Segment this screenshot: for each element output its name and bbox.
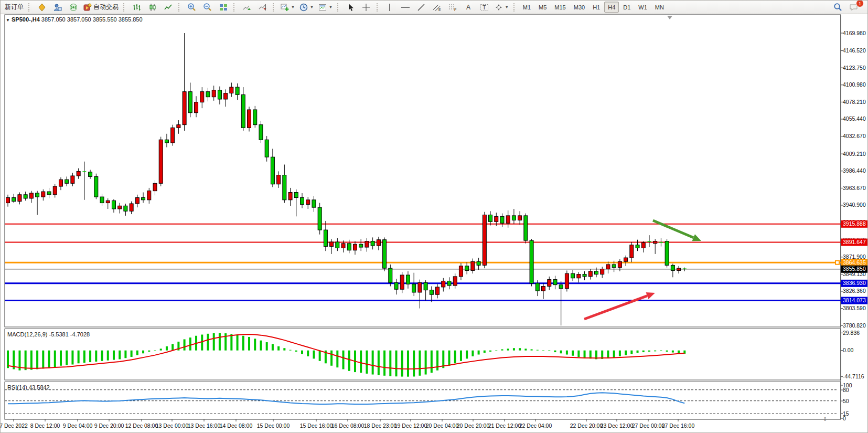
chat-button[interactable]: 1 [846,1,861,13]
macd-histogram-bar [413,351,415,377]
macd-histogram-bar [131,351,133,357]
candle-body [241,94,245,128]
macd-histogram-bar [519,348,521,350]
shapes-button[interactable]: ▼ [492,1,511,13]
candle-body [535,283,539,291]
zoom-out-button[interactable] [200,1,215,13]
vertical-line-button[interactable] [382,1,398,13]
candle-body [177,125,180,128]
macd-histogram-bar [554,351,556,352]
macd-histogram-bar [590,351,592,359]
toolbar-grip[interactable] [513,3,517,12]
toolbar-grip[interactable] [233,3,237,12]
macd-histogram-bar [319,351,321,361]
candle-body [489,215,492,221]
candle-body [459,266,463,277]
macd-histogram-bar [283,348,285,350]
tab-mn[interactable]: MN [651,2,668,13]
macd-histogram-bar [107,351,109,361]
channel-button[interactable]: E [430,1,445,13]
chart-canvas[interactable]: 4169.9804146.5204123.7504100.9804078.210… [1,1,868,433]
tab-m30[interactable]: M30 [570,2,588,13]
candle-body [442,281,445,287]
auto-scroll-icon [243,3,251,12]
chevron-down-icon: ▼ [310,5,314,9]
candle-body [500,216,504,223]
profiles-button[interactable] [50,1,65,13]
time-tick-label: 14 Dec 08:00 [220,423,253,429]
time-axis[interactable]: 7 Dec 20228 Dec 12:009 Dec 04:009 Dec 20… [1,419,694,429]
candle-body [612,265,616,268]
label-button[interactable]: T [477,1,492,13]
candle-body [330,242,334,247]
macd-histogram-bar [672,351,674,353]
macd-histogram-bar [260,341,262,351]
crosshair-button[interactable] [359,1,374,13]
indicators-icon [281,3,289,12]
chart-shift-button[interactable] [255,1,270,13]
macd-histogram-bar [548,351,550,351]
time-tick-label: 22 Dec 20:00 [570,423,603,429]
macd-histogram-bar [542,351,544,351]
candle-body [424,282,427,290]
chevron-down-icon: ▼ [505,5,509,9]
price-tick-label: 4100.980 [843,81,866,88]
tab-m1[interactable]: M1 [519,2,534,13]
candle-body [495,216,498,221]
toolbar-grip[interactable] [178,3,181,12]
indicators-button[interactable]: ▼ [278,1,297,13]
candles-chart-button[interactable] [145,1,160,13]
toolbar-grip[interactable] [123,3,126,12]
tile-windows-button[interactable] [216,1,231,13]
price-tick-label: 3803.590 [843,305,866,311]
candle-body [447,281,451,286]
toolbar-grip[interactable] [273,3,276,12]
trendline-button[interactable] [414,1,429,13]
tab-d1[interactable]: D1 [619,2,634,13]
cursor-button[interactable] [343,1,358,13]
periods-button[interactable]: ▼ [297,1,316,13]
macd-histogram-bar [136,351,138,355]
price-axis[interactable]: 4169.9804146.5204123.7504100.9804078.210… [841,30,868,329]
bars-chart-button[interactable] [129,1,144,13]
macd-histogram-bar [648,351,650,352]
auto-scroll-button[interactable] [239,1,254,13]
toolbar-grip[interactable] [337,3,340,12]
tab-h4[interactable]: H4 [604,2,619,13]
candle-body [383,240,387,268]
fibonacci-button[interactable]: F [445,1,460,13]
search-button[interactable] [830,1,845,13]
candle-body [506,216,510,223]
candle-body [18,195,22,202]
tab-w1[interactable]: W1 [635,2,651,13]
symbol-dropdown-icon[interactable]: ▼ [6,18,10,23]
macd-histogram-bar [372,351,374,375]
new-order-button[interactable]: 新订单 [3,1,26,13]
macd-histogram-bar [507,348,509,350]
candle-body [47,192,51,195]
new-chart-button[interactable] [34,1,49,13]
candle-body [65,179,69,183]
tab-m15[interactable]: M15 [551,2,569,13]
autotrading-button[interactable]: 自动交易 [81,1,121,13]
macd-tick-label: -44.7116 [843,373,864,379]
templates-button[interactable]: ▼ [316,1,335,13]
chevron-down-icon: ▼ [329,5,333,9]
toolbar-grip[interactable] [377,3,380,12]
price-tag-label: 3891.647 [843,239,866,245]
horizontal-line-button[interactable] [398,1,413,13]
toolbar-grip[interactable] [28,3,31,12]
time-tick-label: 22 Dec 04:00 [519,423,552,429]
candle-body [94,176,98,197]
zoom-in-button[interactable] [184,1,199,13]
signals-button[interactable] [66,1,81,13]
text-button[interactable]: A [461,1,476,13]
tab-h1[interactable]: H1 [589,2,604,13]
macd-histogram-bar [54,351,56,367]
candle-body [36,193,39,197]
tab-m5[interactable]: M5 [535,2,550,13]
scale-toggle-icon[interactable]: ⇕ [823,416,827,422]
price-tick-label: 4032.670 [843,133,866,139]
line-chart-button[interactable] [160,1,176,13]
macd-histogram-bar [307,351,309,356]
